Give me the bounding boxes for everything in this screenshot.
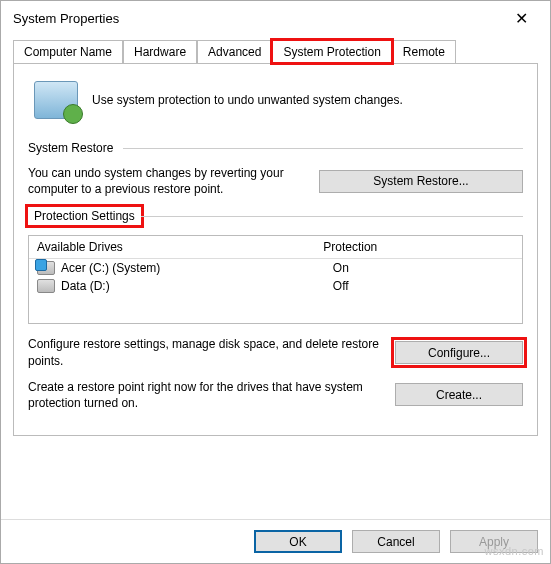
drives-body: Acer (C:) (System) On Data (D:) Off xyxy=(29,259,522,323)
dialog-footer: OK Cancel Apply xyxy=(1,519,550,563)
drive-row[interactable]: Acer (C:) (System) On xyxy=(29,259,522,277)
drive-name: Acer (C:) (System) xyxy=(61,261,333,275)
cancel-button[interactable]: Cancel xyxy=(352,530,440,553)
configure-button[interactable]: Configure... xyxy=(395,341,523,364)
section-header-system-restore: System Restore xyxy=(28,141,523,155)
drives-list: Available Drives Protection Acer (C:) (S… xyxy=(28,235,523,324)
create-desc: Create a restore point right now for the… xyxy=(28,379,381,411)
intro-text: Use system protection to undo unwanted s… xyxy=(92,93,403,107)
system-protection-panel: Use system protection to undo unwanted s… xyxy=(13,63,538,436)
drive-row[interactable]: Data (D:) Off xyxy=(29,277,522,295)
divider xyxy=(123,148,523,149)
drive-name: Data (D:) xyxy=(61,279,333,293)
system-restore-row: You can undo system changes by reverting… xyxy=(28,165,523,197)
close-icon[interactable]: ✕ xyxy=(504,6,538,30)
col-header-drives: Available Drives xyxy=(37,240,323,254)
section-title-system-restore: System Restore xyxy=(28,141,123,155)
section-title-protection-settings: Protection Settings xyxy=(28,207,141,225)
create-row: Create a restore point right now for the… xyxy=(28,379,523,411)
tab-computer-name[interactable]: Computer Name xyxy=(13,40,123,63)
content-area: Computer Name Hardware Advanced System P… xyxy=(1,35,550,519)
tab-advanced[interactable]: Advanced xyxy=(197,40,272,63)
configure-desc: Configure restore settings, manage disk … xyxy=(28,336,381,368)
ok-button[interactable]: OK xyxy=(254,530,342,553)
system-protection-icon xyxy=(34,81,78,119)
system-properties-window: System Properties ✕ Computer Name Hardwa… xyxy=(0,0,551,564)
drive-icon xyxy=(37,279,55,293)
tab-system-protection[interactable]: System Protection xyxy=(272,40,391,63)
drives-header: Available Drives Protection xyxy=(29,236,522,259)
create-button[interactable]: Create... xyxy=(395,383,523,406)
configure-row: Configure restore settings, manage disk … xyxy=(28,336,523,368)
tab-remote[interactable]: Remote xyxy=(392,40,456,63)
drive-protection: Off xyxy=(333,279,514,293)
tab-hardware[interactable]: Hardware xyxy=(123,40,197,63)
section-header-protection-settings: Protection Settings xyxy=(28,207,523,225)
tabstrip: Computer Name Hardware Advanced System P… xyxy=(13,40,538,64)
system-restore-desc: You can undo system changes by reverting… xyxy=(28,165,305,197)
window-title: System Properties xyxy=(13,11,119,26)
drive-protection: On xyxy=(333,261,514,275)
titlebar: System Properties ✕ xyxy=(1,1,550,35)
drive-icon xyxy=(37,261,55,275)
col-header-protection: Protection xyxy=(323,240,514,254)
intro-row: Use system protection to undo unwanted s… xyxy=(28,75,523,133)
apply-button[interactable]: Apply xyxy=(450,530,538,553)
system-restore-button[interactable]: System Restore... xyxy=(319,170,523,193)
divider xyxy=(141,216,523,217)
